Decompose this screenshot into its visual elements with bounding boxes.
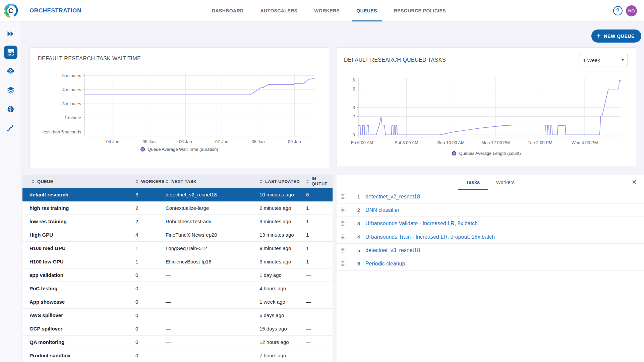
sort-icon[interactable] [166,179,169,184]
queue-row-high-gpu[interactable]: High GPU4FineTuneX-News-ep2013 minutes a… [22,228,333,242]
sidebar-item-orchestration[interactable] [4,46,17,59]
wait-time-card: DEFAULT RESEARCH TASK WAIT TIME 04 Jan05… [30,47,329,168]
queue-cell-workers: 0 [135,339,166,345]
top-tab-autoscalers[interactable]: AUTOSCALERS [256,0,302,21]
queue-cell-workers: 2 [135,219,166,224]
drag-handle-icon[interactable] [341,261,352,266]
queue-row-h100-med-gpu[interactable]: H100 med GPU1LongSeqTrain-5129 minutes a… [22,242,333,255]
queued-tasks-card: DEFAULT RESEARCH QUEUED TASKS 1 Week ▾ F… [337,47,636,166]
queue-row-poc-testing[interactable]: PoC testing0—4 hours ago— [22,282,333,295]
queue-row-gcp-spillover[interactable]: GCP spillover0—15 days ago— [22,322,333,336]
task-row-urbansounds-train-increased-lr-dropout-16x-batch: 4Urbansounds Train - Increased LR, dropo… [337,230,644,244]
task-link[interactable]: Urbansounds Validate - Increased LR, 8x … [365,221,644,227]
sort-icon[interactable] [306,179,309,184]
queue-cell-updated: 2 minutes ago [259,205,306,211]
svg-text:5: 5 [353,86,355,92]
queue-cell-name: PoC testing [30,286,135,291]
queue-cell-name: High GPU [30,232,135,238]
column-header-workers[interactable]: WORKERS [135,179,166,184]
column-header-queue[interactable]: QUEUE [32,179,135,184]
queue-cell-inqueue: 1 [306,205,333,211]
task-row-detectnet-v2-resnet18: 1detectnet_v2_resnet18 [337,190,644,203]
drag-handle-icon[interactable] [341,207,352,213]
queue-cell-next: — [166,339,259,345]
queue-cell-updated: 6 days ago [259,312,306,318]
queue-cell-updated: 3 minutes ago [259,259,306,264]
task-link[interactable]: Urbansounds Train - Increased LR, dropou… [365,234,644,240]
task-link[interactable]: detectnet_v3_resnet18 [365,247,644,253]
drag-handle-icon[interactable] [341,234,352,239]
svg-text:05 Jan: 05 Jan [142,139,156,144]
queue-cell-inqueue: 1 [306,219,333,224]
svg-text:06 Jan: 06 Jan [179,139,192,144]
task-link[interactable]: detectnet_v2_resnet18 [365,194,644,200]
cloud-gear-icon [6,67,15,75]
queue-cell-updated: 1 day ago [259,272,306,278]
sort-icon[interactable] [32,179,35,184]
svg-text:04 Jan: 04 Jan [106,139,119,144]
close-icon[interactable]: × [632,177,637,187]
help-icon[interactable]: ? [613,6,623,15]
queue-cell-name: QA monitoring [30,339,135,345]
legend-label: Queues Average Length (count) [459,151,521,156]
legend-label: Queue Average Wait Time (duration) [148,147,218,152]
queue-cell-inqueue: 1 [306,245,333,251]
svg-text:1 minute: 1 minute [64,115,81,120]
new-queue-button[interactable]: + NEW QUEUE [591,29,641,43]
column-label: WORKERS [141,179,165,184]
queue-row-qa-monitoring[interactable]: QA monitoring0—12 hours ago— [22,336,333,349]
task-link[interactable]: DNN classifier [365,207,644,213]
queue-row-app-showcase[interactable]: App showcase0—1 week ago— [22,295,333,309]
top-tab-resource-policies[interactable]: RESOURCE POLICIES [389,0,451,21]
queue-row-default-research[interactable]: default research3detectnet_v2_resnet1810… [22,188,333,201]
sort-icon[interactable] [135,179,138,184]
sidebar-item-cloud-autoscaler[interactable] [4,64,17,78]
wait-time-legend[interactable]: Queue Average Wait Time (duration) [30,147,329,152]
drag-handle-icon[interactable] [341,194,352,199]
queue-cell-workers: 0 [135,312,166,318]
top-tab-queues[interactable]: QUEUES [352,0,382,21]
column-header-next-task[interactable]: NEXT TASK [166,179,259,184]
queue-row-aws-spillover[interactable]: AWS spillover0—6 days ago— [22,309,333,322]
top-bar: C ORCHESTRATION DASHBOARDAUTOSCALERSWORK… [0,0,644,21]
queue-row-app-validation[interactable]: app validation0—1 day ago— [22,268,333,282]
queue-cell-name: AWS spillover [30,312,135,318]
sort-icon[interactable] [259,179,262,184]
tab-tasks[interactable]: Tasks [458,175,488,190]
queue-cell-inqueue: 1 [306,259,333,264]
queue-cell-next: — [166,272,259,278]
queue-cell-name: GCP spillover [30,326,135,331]
sidebar-item-pipelines[interactable] [4,121,17,134]
queue-cell-workers: 0 [135,353,166,358]
queue-cell-name: H100 med GPU [30,245,135,251]
queue-row-low-res-training[interactable]: low res training2RobustnessTest-adv3 min… [22,215,333,228]
queue-cell-name: app validation [30,272,135,278]
queue-cell-name: high res training [30,205,135,211]
server-racks-icon [6,48,15,57]
queue-row-high-res-training[interactable]: high res training2Contextualize-large2 m… [22,201,333,215]
svg-text:less than 5 seconds: less than 5 seconds [43,129,81,134]
drag-handle-icon[interactable] [341,221,352,226]
top-tab-workers[interactable]: WORKERS [309,0,344,21]
sidebar-item-datasets[interactable] [4,83,17,97]
queue-cell-inqueue: — [306,326,333,331]
queue-cell-updated: 7 hours ago [259,353,306,358]
sidebar-item-models[interactable] [4,102,17,116]
svg-text:C: C [8,7,13,14]
tab-workers[interactable]: Workers [488,175,523,190]
queue-cell-inqueue: 6 [306,192,333,197]
task-link[interactable]: Periodic cleanup [365,261,644,267]
queue-row-product-sandbox[interactable]: Product sandbox0—7 hours ago— [22,349,333,362]
avatar[interactable]: NO [626,5,637,16]
queue-cell-updated: 4 hours ago [259,286,306,291]
queue-row-h100-low-gpu[interactable]: H100 low GPU1EfficiencyBoost-fp163 minut… [22,255,333,268]
column-header-in-queue[interactable]: IN QUEUE [306,176,333,186]
column-header-last-updated[interactable]: LAST UPDATED [259,179,306,184]
drag-handle-icon[interactable] [341,248,352,253]
sidebar-item-apps[interactable] [4,27,17,41]
clearml-logo-icon[interactable]: C [3,3,18,18]
top-tab-dashboard[interactable]: DASHBOARD [207,0,248,21]
queue-cell-workers: 0 [135,286,166,291]
queued-tasks-legend[interactable]: Queues Average Length (count) [337,151,636,156]
queue-cell-next: — [166,312,259,318]
